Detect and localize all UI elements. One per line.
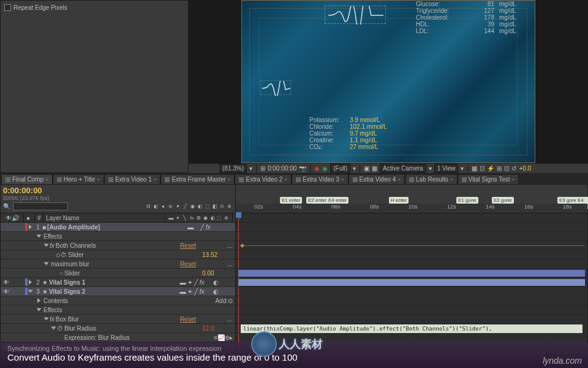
region-icon[interactable]: ▣	[364, 165, 369, 172]
channel-icon[interactable]: ◉	[314, 165, 320, 172]
layer-3-name: Vital Signs 2	[48, 288, 165, 295]
exposure-reset-icon[interactable]: ↺	[511, 165, 516, 172]
snapshot-icon[interactable]: 📷	[299, 165, 306, 172]
timeline-marker[interactable]: E1 enter	[280, 197, 302, 204]
layer-row-2[interactable]: 👁 2 ★ Vital Signs 1 ▬ ✦ ╱ fx ◐	[1, 278, 235, 287]
repeat-edge-label: Repeat Edge Pixels	[13, 4, 67, 11]
pixel-aspect-icon[interactable]: ⊡	[480, 165, 484, 172]
effects-group-2[interactable]: Effects	[1, 305, 235, 315]
lynda-watermark: lynda.com	[543, 356, 582, 366]
blur-radius-property[interactable]: ⏱ Blur Radius 12.0	[1, 324, 235, 333]
switch-solo[interactable]: ●	[160, 203, 167, 210]
layer-2-name: Vital Signs 1	[48, 279, 165, 286]
medical-readout-top: Glucose:81mg/dLTriglyceride:127mg/dLChol…	[416, 1, 530, 34]
num-column-header: #	[35, 213, 43, 222]
grid-icon[interactable]: ⊞	[260, 165, 265, 172]
box-blur-effect[interactable]: fx Box Blur Reset …	[1, 315, 235, 324]
timeline-tab[interactable]: Vital Signs Test×	[458, 174, 519, 184]
blur-radius-value[interactable]: 12.0	[202, 325, 233, 332]
timeline-tab[interactable]: Extra Frame Master×	[160, 174, 235, 184]
view-icon[interactable]: ▦	[472, 165, 477, 172]
switch-av[interactable]: ◐	[153, 203, 159, 210]
reset-link[interactable]: Reset	[180, 242, 196, 249]
slider-2-value[interactable]: 0.00	[202, 270, 233, 277]
timeline-tab[interactable]: Hero + Title×	[53, 174, 104, 184]
timeline-header: 0:00:00:00 00000 (23.976 fps) 🔍 ⊟ ◐ ● fx…	[0, 184, 588, 213]
timeline-icon[interactable]: ⊞	[497, 165, 502, 172]
maximum-blur-effect[interactable]: maximum blur Reset …	[1, 259, 235, 269]
views-dropdown[interactable]: 1 View	[434, 164, 459, 173]
camera-dropdown[interactable]: Active Camera	[380, 164, 426, 173]
timeline-tab[interactable]: Extra Video 1×	[104, 174, 161, 184]
layer-row-3[interactable]: 👁 3 ★ Vital Signs 2 ▬ ✦ ╱ fx ◐	[1, 287, 235, 296]
shape-icon: ★	[42, 288, 48, 295]
switch-3d[interactable]: ⬚	[204, 203, 211, 210]
layer-outline: 👁 🔊 ● # Layer Name ▬✦╲fx ⊞◉◐⬚⊕ 1 ■ [Audi…	[1, 213, 236, 364]
switch-quality[interactable]: ╱	[182, 203, 189, 210]
stopwatch-icon[interactable]: ⏱	[61, 251, 67, 258]
switch-collapse[interactable]: ✦	[175, 203, 181, 210]
composition-viewer[interactable]: Glucose:81mg/dLTriglyceride:127mg/dLChol…	[189, 0, 588, 163]
preview-toolbar: (81.3%) ▾ ⊞ 0:00:00:00 📷 ◉ ◉ (Full) ▾ ▣ …	[189, 163, 588, 173]
layer-row-1[interactable]: 1 ■ [Audio Amplitude] ▬ ╱ fx	[1, 223, 235, 232]
timeline-tab[interactable]: Final Comp×	[1, 174, 53, 184]
waveform-layer-2[interactable]	[260, 80, 291, 95]
zoom-dropdown[interactable]: (81.3%)	[219, 164, 247, 173]
slider-2-property[interactable]: ○ Slider 0.00	[1, 269, 235, 278]
transparency-icon[interactable]: ▦	[372, 165, 377, 172]
expr-graph-icon[interactable]: 📈	[217, 334, 225, 341]
effect-controls-panel: Repeat Edge Pixels	[0, 0, 189, 173]
layer-1-name: [Audio Amplitude]	[46, 224, 165, 231]
timecode-display[interactable]: 0:00:00:00	[268, 165, 296, 172]
timeline-marker[interactable]: H enter	[389, 197, 409, 204]
current-timecode[interactable]: 0:00:00:00	[3, 186, 42, 195]
timeline-marker[interactable]: E4 enter	[326, 197, 349, 204]
timeline-marker[interactable]: E1 gone	[456, 197, 478, 204]
medical-readout-bottom: Potassium:3.9 mmol/LChloride:102.1 mmol/…	[309, 117, 387, 150]
eye-column-icon: 👁	[6, 215, 12, 221]
expr-language-icon[interactable]: ▸	[230, 334, 233, 341]
label-column: ●	[24, 213, 35, 222]
speaker-column-icon: 🔊	[12, 215, 19, 221]
time-ruler[interactable]: 02s04s06s08s10s12s14s16s18s	[236, 204, 587, 213]
search-icon[interactable]: 🔍	[3, 203, 10, 210]
expr-pickwhip-icon[interactable]: ⊚	[225, 334, 230, 341]
effects-group[interactable]: Effects	[1, 232, 235, 241]
channel-icon-2[interactable]: ◉	[322, 165, 328, 172]
switch-fx[interactable]: fx	[167, 203, 174, 210]
repeat-edge-checkbox[interactable]	[4, 4, 11, 11]
frame-fps-display: 00000 (23.976 fps)	[3, 195, 233, 201]
switch-parent[interactable]: ⊙	[219, 203, 225, 210]
add-button-icon[interactable]: ⊙	[228, 297, 233, 304]
switch-shy[interactable]: ⊟	[145, 203, 152, 210]
fast-preview-icon[interactable]: ⚡	[487, 165, 494, 172]
timeline-tab[interactable]: Lab Results×	[405, 174, 457, 184]
name-column-header: Layer Name	[43, 213, 165, 222]
switch-motion-blur[interactable]: ◉	[189, 203, 196, 210]
expression-row[interactable]: Expression: Blur Radius ≡ 📈 ⊚ ▸	[1, 333, 235, 342]
timeline-tab[interactable]: Extra Video 2×	[235, 174, 292, 184]
slider-property[interactable]: ◇ ⏱ Slider 13.52	[1, 250, 235, 259]
contents-group[interactable]: Contents Add: ⊙	[1, 296, 235, 305]
shape-icon: ★	[42, 279, 48, 286]
flowchart-icon[interactable]: ⊡	[504, 165, 509, 172]
timeline-tab[interactable]: Extra Video 3×	[292, 174, 349, 184]
both-channels-effect[interactable]: fx Both Channels Reset …	[1, 241, 235, 250]
switch-adjustment[interactable]: ◐	[197, 203, 203, 210]
switch-expression[interactable]: ⊕	[226, 203, 233, 210]
exposure-value[interactable]: +0.0	[519, 165, 531, 172]
stopwatch-icon[interactable]: ⏱	[57, 325, 63, 332]
waveform-layer-1[interactable]	[325, 6, 386, 24]
watermark-logo: 人人素材	[251, 331, 337, 361]
timeline-marker[interactable]: E2 enter	[306, 197, 328, 204]
switch-blend[interactable]: ◧	[211, 203, 218, 210]
slider-value[interactable]: 13.52	[202, 251, 233, 258]
layer-search-input[interactable]	[13, 202, 68, 210]
timeline-marker[interactable]: E2 gone	[492, 197, 514, 204]
resolution-dropdown[interactable]: (Full)	[330, 164, 350, 173]
timeline-tabs: Final Comp×Hero + Title×Extra Video 1×Ex…	[0, 173, 588, 184]
composition-panel: Glucose:81mg/dLTriglyceride:127mg/dLChol…	[189, 0, 588, 173]
keyframe-nav-icon[interactable]: ◇	[56, 251, 61, 258]
timeline-tab[interactable]: Extra Video 4×	[349, 174, 405, 184]
